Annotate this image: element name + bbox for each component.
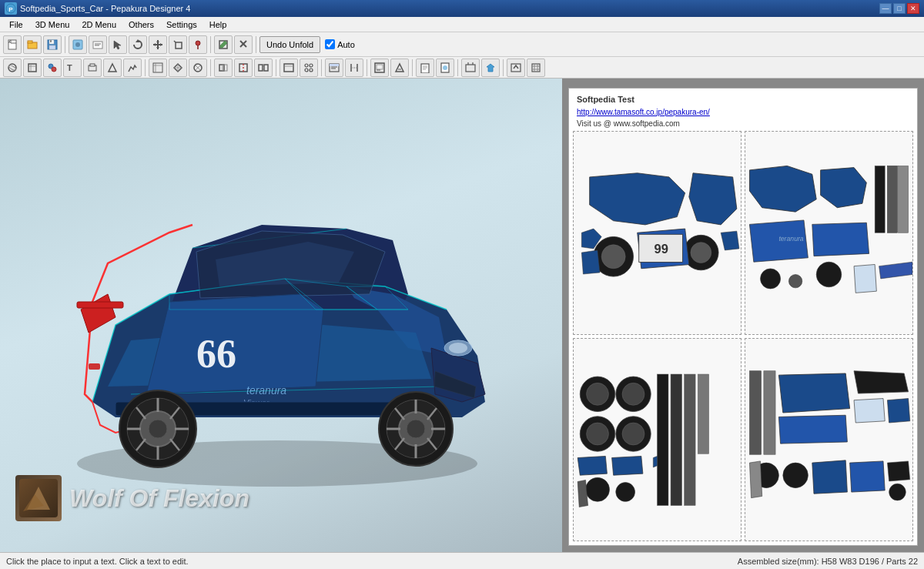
main-area: 66 teranura Viewer [0, 79, 924, 552]
svg-rect-66 [330, 64, 339, 66]
tb2-btn-8[interactable] [149, 59, 167, 77]
svg-marker-23 [160, 43, 162, 46]
paper-section-2[interactable]: teranura [745, 131, 913, 335]
svg-point-142 [622, 383, 644, 405]
save-button[interactable] [43, 35, 62, 54]
svg-rect-51 [223, 65, 227, 71]
select-tool[interactable] [109, 35, 127, 54]
auto-checkbox-label[interactable]: Auto [325, 39, 355, 49]
svg-rect-134 [899, 166, 909, 233]
tb2-btn-9[interactable] [169, 59, 187, 77]
paper-section-1[interactable]: 99 [573, 131, 742, 335]
svg-point-121 [449, 343, 467, 353]
status-left: Click the place to input a text. Click a… [6, 557, 189, 566]
tb2-btn-5[interactable] [83, 59, 102, 77]
rotate-tool[interactable] [129, 35, 147, 54]
cut-button[interactable] [234, 35, 253, 54]
paper-link[interactable]: http://www.tamasoft.co.jp/pepakura-en/ [577, 108, 710, 116]
texture-button[interactable] [69, 35, 87, 54]
svg-rect-10 [49, 45, 55, 49]
svg-rect-71 [377, 65, 383, 69]
svg-rect-75 [421, 64, 429, 73]
tb2-btn-11[interactable] [214, 59, 233, 77]
scale-tool[interactable] [169, 35, 187, 54]
new-button[interactable] [3, 35, 22, 54]
toolbar1: Undo Unfold Auto [0, 32, 924, 57]
auto-checkbox[interactable] [325, 39, 335, 49]
move-tool[interactable] [149, 35, 167, 54]
svg-marker-22 [153, 43, 156, 46]
svg-rect-150 [698, 374, 708, 454]
tb2-btn-14[interactable] [280, 59, 298, 77]
svg-rect-122 [89, 363, 100, 370]
tb2-btn-3[interactable] [43, 59, 62, 77]
svg-text:66: 66 [196, 332, 236, 376]
tb2-btn-24[interactable] [507, 59, 525, 77]
menu-help[interactable]: Help [203, 18, 233, 31]
window-controls: — □ ✕ [879, 3, 919, 14]
tb2-btn-20[interactable] [416, 59, 434, 77]
tb2-btn-21[interactable] [436, 59, 454, 77]
tb2-btn-15[interactable] [300, 59, 318, 77]
open-button[interactable] [23, 35, 42, 54]
pin-tool[interactable] [189, 35, 207, 54]
tb2-btn-16[interactable] [325, 59, 343, 77]
menu-3d[interactable]: 3D Menu [29, 18, 76, 31]
svg-point-127 [601, 245, 625, 269]
toolbar2: T [0, 57, 924, 79]
tb2-btn-7[interactable] [123, 59, 142, 77]
watermark-text: Wolf Of Flexion [69, 484, 249, 513]
paper-section-3[interactable] [573, 338, 742, 542]
paper-panel: Softpedia Test http://www.tamasoft.co.jp… [568, 88, 918, 546]
toolbar-separator-3 [256, 36, 256, 53]
menu-settings[interactable]: Settings [160, 18, 203, 31]
minimize-button[interactable]: — [879, 3, 892, 14]
svg-rect-6 [28, 41, 32, 43]
edit-button[interactable] [214, 35, 233, 54]
tb2-btn-13[interactable] [254, 59, 273, 77]
tb2-btn-18[interactable] [370, 59, 389, 77]
svg-marker-16 [114, 41, 121, 49]
svg-rect-40 [90, 64, 95, 66]
svg-rect-132 [875, 166, 885, 233]
tb2-btn-1[interactable] [3, 59, 22, 77]
menu-file[interactable]: File [3, 18, 29, 31]
svg-rect-147 [658, 374, 668, 506]
menubar: File 3D Menu 2D Menu Others Settings Hel… [0, 17, 924, 32]
svg-rect-91 [77, 302, 123, 308]
svg-rect-149 [685, 374, 695, 506]
tb2-btn-10[interactable] [189, 59, 207, 77]
svg-text:T: T [67, 63, 72, 72]
maximize-button[interactable]: □ [893, 3, 906, 14]
3d-view[interactable]: 66 teranura Viewer [0, 79, 562, 552]
tb2-btn-12[interactable] [234, 59, 253, 77]
svg-rect-55 [264, 65, 268, 71]
tb2-btn-25[interactable] [527, 59, 545, 77]
tb2-btn-19[interactable] [390, 59, 409, 77]
svg-text:99: 99 [654, 242, 668, 256]
svg-rect-57 [284, 64, 293, 72]
undo-unfold-button[interactable]: Undo Unfold [259, 36, 320, 53]
svg-point-157 [889, 484, 906, 500]
menu-others[interactable]: Others [122, 18, 160, 31]
svg-marker-20 [156, 40, 159, 42]
close-button[interactable]: ✕ [907, 3, 919, 14]
paper-section-4[interactable] [745, 338, 913, 542]
svg-point-129 [691, 243, 711, 263]
reference-button[interactable] [89, 35, 107, 54]
tb2-btn-4[interactable]: T [63, 59, 82, 77]
toolbar-separator-1 [65, 36, 65, 53]
tb2-btn-23[interactable] [481, 59, 500, 77]
tb2-sep-6 [412, 59, 413, 76]
svg-point-37 [52, 67, 56, 72]
svg-rect-133 [887, 166, 897, 233]
tb2-btn-17[interactable] [345, 59, 363, 77]
tb2-btn-22[interactable] [461, 59, 480, 77]
tb2-btn-6[interactable] [103, 59, 122, 77]
tb2-btn-2[interactable] [23, 59, 42, 77]
svg-point-61 [305, 69, 308, 72]
svg-point-26 [196, 41, 200, 45]
menu-2d[interactable]: 2D Menu [75, 18, 122, 31]
tb2-sep-8 [503, 59, 504, 76]
2d-view[interactable]: Softpedia Test http://www.tamasoft.co.jp… [562, 79, 924, 552]
